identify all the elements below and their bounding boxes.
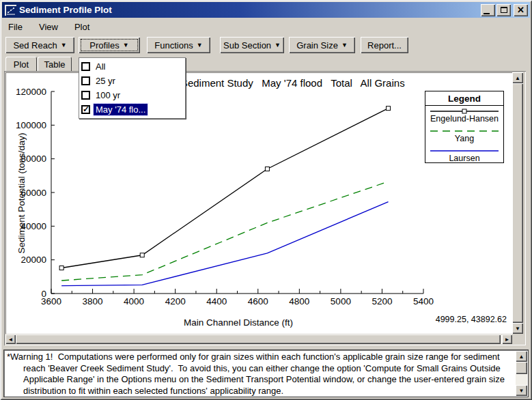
scrollbar-thumb[interactable] (516, 362, 527, 374)
x-tick-label: 4400 (206, 296, 227, 306)
profiles-label: Profiles (89, 40, 119, 51)
series-line-yang[interactable] (61, 182, 388, 281)
legend-title: Legend (425, 91, 503, 106)
checkbox-icon[interactable] (81, 62, 90, 71)
scroll-right-icon[interactable]: ► (502, 334, 512, 344)
profile-option-label: 25 yr (94, 75, 117, 87)
x-tick-label: 4200 (165, 296, 186, 306)
functions-dropdown-button[interactable]: Functions ▼ (147, 37, 210, 53)
profile-option-may74-flood[interactable]: May '74 flo... (81, 102, 185, 117)
sed-reach-dropdown-button[interactable]: Sed Reach ▼ (5, 37, 74, 53)
app-line-chart-icon (5, 5, 16, 16)
minimize-icon (484, 13, 490, 14)
scrollbar-thumb[interactable] (512, 83, 523, 323)
profiles-dropdown-list: All 25 yr 100 yr May '74 flo... (79, 57, 186, 119)
legend-entry: Engelund-Hansen (425, 108, 503, 126)
menu-plot[interactable]: Plot (69, 20, 95, 33)
maximize-button[interactable] (496, 4, 511, 16)
x-axis-label: Main Channel Distance (ft) (129, 317, 348, 328)
scroll-down-icon[interactable]: ▼ (516, 385, 527, 396)
scroll-down-icon[interactable]: ▼ (512, 323, 523, 334)
functions-label: Functions (154, 40, 193, 51)
x-tick-label: 3600 (41, 296, 61, 306)
window-title: Sediment Profile Plot (19, 5, 479, 15)
warning-message-box[interactable]: *Warning 1! Computations were performed … (3, 349, 529, 397)
checkbox-icon[interactable] (81, 105, 90, 114)
checkbox-icon[interactable] (81, 76, 90, 85)
data-point-marker[interactable] (265, 167, 269, 171)
toolbar: Sed Reach ▼ Profiles ▼ Functions ▼ Sub S… (0, 36, 532, 55)
dropdown-arrow-icon: ▼ (275, 42, 281, 48)
profile-option-label: May '74 flo... (94, 104, 148, 115)
menu-view[interactable]: View (33, 20, 64, 33)
menubar: File View Plot (3, 20, 529, 33)
titlebar[interactable]: Sediment Profile Plot ✕ (2, 2, 530, 18)
sub-section-label: Sub Section (223, 40, 271, 51)
x-tick-label: 4800 (289, 296, 309, 306)
legend-label: Laursen (425, 154, 503, 163)
dropdown-arrow-icon: ▼ (197, 42, 203, 48)
legend-label: Engelund-Hansen (425, 114, 503, 124)
tab-table[interactable]: Table (38, 57, 72, 71)
tab-plot[interactable]: Plot (5, 57, 37, 71)
legend-label: Yang (425, 134, 503, 143)
y-tick-label: 20000 (20, 255, 46, 265)
dropdown-arrow-icon: ▼ (123, 42, 129, 48)
warning-vertical-scrollbar[interactable]: ▲ ▼ (516, 351, 527, 396)
x-tick-label: 4600 (248, 296, 268, 306)
sed-reach-label: Sed Reach (13, 40, 57, 51)
legend-entry: Laursen (425, 147, 503, 165)
checkbox-icon[interactable] (81, 91, 90, 100)
profile-option-all[interactable]: All (81, 59, 185, 74)
maximize-icon (501, 7, 507, 13)
warning-text: *Warning 1! Computations were performed … (7, 352, 509, 397)
data-point-marker[interactable] (59, 266, 64, 270)
minimize-button[interactable] (481, 4, 495, 16)
grain-size-label: Grain Size (296, 40, 338, 51)
x-tick-label: 5200 (372, 296, 392, 306)
data-point-marker[interactable] (387, 106, 391, 111)
close-button[interactable]: ✕ (514, 4, 528, 16)
legend-entries: Engelund-HansenYangLaursen (425, 108, 503, 165)
close-icon: ✕ (517, 5, 524, 14)
y-axis-label: Sediment Potential (tons/day) (16, 132, 27, 253)
legend-box: Legend Engelund-HansenYangLaursen (425, 91, 504, 163)
profile-option-25yr[interactable]: 25 yr (81, 74, 185, 88)
scrollbar-thumb[interactable] (16, 334, 501, 344)
profiles-dropdown-button[interactable]: Profiles ▼ (79, 37, 140, 53)
scroll-up-icon[interactable]: ▲ (516, 351, 527, 362)
y-tick-label: 100000 (16, 120, 46, 130)
cursor-coordinates: 4999.25, 43892.62 (436, 315, 507, 324)
report-label: Report... (367, 40, 402, 51)
menu-file[interactable]: File (3, 20, 28, 33)
legend-entry: Yang (425, 128, 503, 145)
dropdown-arrow-icon: ▼ (61, 42, 67, 48)
report-button[interactable]: Report... (361, 37, 408, 53)
x-tick-label: 5400 (413, 296, 434, 306)
series-line-engelund-hansen[interactable] (61, 109, 388, 268)
y-tick-label: 120000 (16, 87, 46, 97)
profile-option-label: All (94, 61, 107, 72)
profile-option-100yr[interactable]: 100 yr (81, 88, 185, 102)
scroll-up-icon[interactable]: ▲ (512, 72, 523, 83)
x-tick-label: 4000 (124, 296, 144, 306)
series-line-laursen[interactable] (61, 202, 388, 286)
data-point-marker[interactable] (140, 253, 144, 257)
sediment-profile-plot-window: Sediment Profile Plot ✕ File View Plot S… (0, 0, 532, 400)
dropdown-arrow-icon: ▼ (341, 42, 348, 48)
grain-size-dropdown-button[interactable]: Grain Size ▼ (289, 37, 355, 53)
sub-section-dropdown-button[interactable]: Sub Section ▼ (220, 37, 284, 53)
x-tick-label: 3800 (83, 296, 103, 306)
x-tick-label: 5000 (331, 296, 351, 306)
scroll-left-icon[interactable]: ◄ (5, 334, 16, 344)
profile-option-label: 100 yr (94, 89, 122, 101)
